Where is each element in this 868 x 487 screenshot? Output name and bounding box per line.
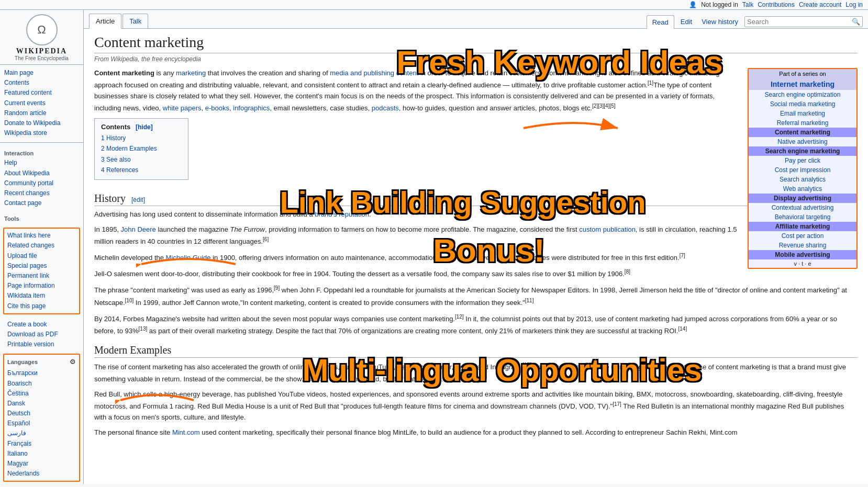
languages-title: Languages [7,359,38,365]
infobox-sem-header: Search engine marketing [749,146,856,156]
sidebar-item-download-pdf[interactable]: Download as PDF [7,330,76,339]
tab-article[interactable]: Article [89,14,121,29]
sidebar: Ω WIKIPEDIA The Free Encyclopedia Main p… [0,10,84,484]
log-in-link[interactable]: Log in [845,1,863,8]
sidebar-item-recent[interactable]: Recent changes [4,188,79,198]
modern-p1: The rise of content marketing has also a… [94,361,858,385]
infobox-native: Native advertising [749,137,856,146]
sidebar-item-store[interactable]: Wikipedia store [4,128,79,138]
wiki-logo-title: WIKIPEDIA [16,47,67,55]
lang-farsi[interactable]: فارسی [7,428,76,438]
toc-item-2: 2 Modern Examples [101,143,182,154]
infobox-email: Email marketing [749,109,856,118]
wiki-logo-icon: Ω [26,14,58,46]
infobox-contextual: Contextual advertising [749,203,856,212]
lang-bulgarian[interactable]: Български [7,368,76,378]
sidebar-item-contact[interactable]: Contact page [4,198,79,208]
infobox-social: Social media marketing [749,99,856,109]
infobox-affiliate-header: Affiliate marketing [749,222,856,231]
sidebar-item-about[interactable]: About Wikipedia [4,168,79,178]
history-edit-link[interactable]: [edit] [131,196,145,203]
tools-section-label: Tools [0,210,83,225]
infobox: Part of a series on Internet marketing S… [748,68,858,269]
infobox-seo: Search engine optimization [749,90,856,99]
lang-italian[interactable]: Italiano [7,449,76,459]
lang-czech[interactable]: Čeština [7,389,76,399]
sidebar-item-current[interactable]: Current events [4,98,79,108]
infobox-behavioral: Behavioral targeting [749,212,856,222]
languages-settings-icon[interactable]: ⚙ [70,358,76,366]
history-p2: In 1895, John Deere launched the magazin… [94,224,858,247]
sidebar-item-cite[interactable]: Cite this page [7,301,76,311]
article-from-line: From Wikipedia, the free encyclopedia [94,55,858,63]
history-heading: History [edit] [94,192,858,206]
search-icon[interactable]: 🔍 [852,18,860,26]
lang-french[interactable]: Français [7,439,76,449]
search-input[interactable] [747,18,852,26]
lang-german[interactable]: Deutsch [7,409,76,418]
topbar: 👤 Not logged in Talk Contributions Creat… [0,0,868,10]
tab-view-history[interactable]: View history [698,16,741,28]
tab-read[interactable]: Read [647,15,674,29]
sidebar-item-upload[interactable]: Upload file [7,251,76,261]
infobox-referral: Referral marketing [749,118,856,128]
lang-boarisch[interactable]: Boarisch [7,379,76,389]
sidebar-item-create-book[interactable]: Create a book [7,320,76,330]
history-p3: Michelin developed the Michelin Guide in… [94,252,858,264]
history-p4: Jell-O salesmen went door-to-door, distr… [94,268,858,280]
sidebar-item-what-links[interactable]: What links here [7,231,76,241]
main-nav: Main page Contents Featured content Curr… [0,65,83,140]
sidebar-item-donate[interactable]: Donate to Wikipedia [4,118,79,128]
interaction-title: Interaction [4,150,79,156]
history-p1: Advertising has long used content to dis… [94,209,858,220]
article-intro: Content marketing is any marketing that … [94,68,858,114]
lang-spanish[interactable]: Español [7,418,76,428]
tools-title: Tools [4,216,79,222]
infobox-ppc: Pay per click [749,156,856,165]
wiki-logo: Ω WIKIPEDIA The Free Encyclopedia [0,10,83,65]
tools-box: What links here Related changes Upload f… [3,228,80,314]
toc-hide-button[interactable]: [hide] [136,123,153,131]
tab-edit[interactable]: Edit [677,16,695,28]
languages-box: Languages ⚙ Български Boarisch Čeština D… [3,354,80,482]
tabs-bar: Article Talk Read Edit View history 🔍 [84,10,868,29]
sidebar-item-community[interactable]: Community portal [4,178,79,188]
print-section: Create a book Download as PDF Printable … [3,316,80,352]
sidebar-item-wikidata[interactable]: Wikidata item [7,291,76,301]
infobox-cpa: Cost per action [749,231,856,241]
lang-danish[interactable]: Dansk [7,399,76,409]
lang-hungarian[interactable]: Magyar [7,459,76,469]
sidebar-item-random[interactable]: Random article [4,108,79,118]
infobox-cpi: Cost per impression [749,165,856,175]
article: Content marketing From Wikipedia, the fr… [84,29,868,484]
tab-talk[interactable]: Talk [123,14,148,28]
contributions-link[interactable]: Contributions [758,1,795,8]
modern-p2: Red Bull, which sells a high-energy beve… [94,389,858,423]
toc-item-3: 3 See also [101,154,182,165]
infobox-part-of: Part of a series on [749,69,856,78]
sidebar-item-help[interactable]: Help [4,158,79,168]
sidebar-item-contents[interactable]: Contents [4,78,79,88]
sidebar-item-related-changes[interactable]: Related changes [7,241,76,251]
lang-dutch[interactable]: Nederlands [7,469,76,479]
infobox-title[interactable]: Internet marketing [749,78,856,90]
interaction-section: Interaction Help About Wikipedia Communi… [0,145,83,210]
infobox-revenue: Revenue sharing [749,241,856,250]
infobox-web-analytics: Web analytics [749,184,856,194]
history-p5: The phrase "content marketing" was used … [94,284,858,308]
sidebar-item-printable[interactable]: Printable version [7,339,76,349]
sidebar-item-special[interactable]: Special pages [7,261,76,271]
toc-item-1: 1 History [101,133,182,143]
toc-title: Contents [hide] [101,123,182,131]
infobox-display-header: Display advertising [749,194,856,203]
create-account-link[interactable]: Create account [799,1,841,8]
sidebar-item-page-info[interactable]: Page information [7,281,76,291]
infobox-content-header: Content marketing [749,128,856,137]
sidebar-item-main-page[interactable]: Main page [4,68,79,78]
toc-item-4: 4 References [101,165,182,175]
talk-link[interactable]: Talk [742,1,753,8]
toc-box: Contents [hide] 1 History 2 Modern Examp… [94,118,188,180]
sidebar-item-featured[interactable]: Featured content [4,88,79,98]
sidebar-item-permanent[interactable]: Permanent link [7,271,76,281]
content-area: Article Talk Read Edit View history 🔍 Co… [84,10,868,484]
